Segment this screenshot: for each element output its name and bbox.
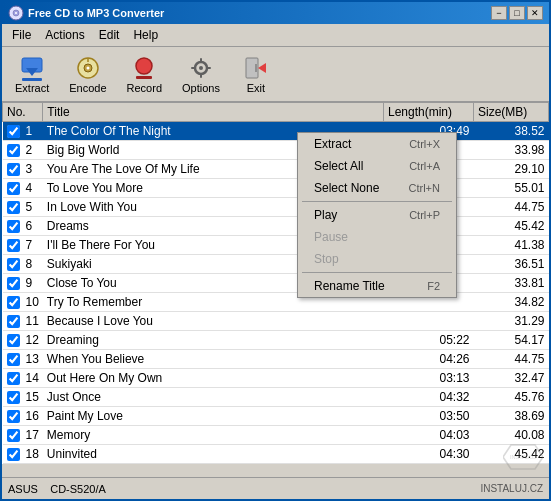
ctx-item-shortcut: Ctrl+A (409, 160, 440, 172)
row-length-cell: 05:22 (384, 331, 474, 350)
row-checkbox[interactable] (7, 296, 20, 309)
row-size-cell: 34.82 (474, 293, 549, 312)
row-size-cell: 33.81 (474, 274, 549, 293)
row-size-cell: 36.51 (474, 255, 549, 274)
toolbar-options-button[interactable]: Options (173, 50, 229, 98)
menu-item-help[interactable]: Help (127, 26, 164, 44)
status-right: INSTALUJ.CZ (480, 483, 543, 494)
row-size-cell: 45.76 (474, 388, 549, 407)
table-row[interactable]: 11 Because I Love You 31.29 (3, 312, 549, 331)
toolbar-encode-button[interactable]: Encode (60, 50, 115, 98)
row-checkbox[interactable] (7, 315, 20, 328)
row-number-cell: 14 (3, 369, 43, 388)
table-row[interactable]: 3 You Are The Love Of My Life 29.10 (3, 160, 549, 179)
table-row[interactable]: 14 Out Here On My Own 03:13 32.47 (3, 369, 549, 388)
toolbar-exit-button[interactable]: Exit (231, 50, 281, 98)
row-size: 29.10 (514, 162, 544, 176)
svg-rect-14 (200, 58, 202, 63)
row-size-cell: 54.17 (474, 331, 549, 350)
row-checkbox[interactable] (7, 125, 20, 138)
table-row[interactable]: 5 In Love With You 44.75 (3, 198, 549, 217)
row-length-cell: 04:32 (384, 388, 474, 407)
title-buttons: − □ ✕ (491, 6, 543, 20)
row-length: 04:26 (439, 352, 469, 366)
ctx-extract-item[interactable]: Extract Ctrl+X (298, 133, 456, 155)
row-number: 11 (26, 314, 39, 328)
row-size-cell: 55.01 (474, 179, 549, 198)
table-row[interactable]: 1 The Color Of The Night 03:49 38.52 (3, 122, 549, 141)
row-checkbox[interactable] (7, 277, 20, 290)
row-number-cell: 6 (3, 217, 43, 236)
table-row[interactable]: 18 Uninvited 04:30 45.42 (3, 445, 549, 464)
row-title: To Love You More (47, 181, 143, 195)
table-row[interactable]: 4 To Love You More 55.01 (3, 179, 549, 198)
row-size-cell: 38.69 (474, 407, 549, 426)
table-row[interactable]: 13 When You Believe 04:26 44.75 (3, 350, 549, 369)
header-length: Length(min) (384, 103, 474, 122)
device-model: CD-S520/A (50, 483, 106, 495)
row-number-cell: 12 (3, 331, 43, 350)
row-checkbox[interactable] (7, 144, 20, 157)
row-number: 2 (26, 143, 33, 157)
row-checkbox[interactable] (7, 429, 20, 442)
row-checkbox[interactable] (7, 182, 20, 195)
row-number: 15 (26, 390, 39, 404)
ctx-play-item[interactable]: Play Ctrl+P (298, 204, 456, 226)
close-button[interactable]: ✕ (527, 6, 543, 20)
minimize-button[interactable]: − (491, 6, 507, 20)
table-row[interactable]: 16 Paint My Love 03:50 38.69 (3, 407, 549, 426)
svg-point-10 (136, 58, 152, 74)
content-area: No. Title Length(min) Size(MB) 1 The Col… (2, 102, 549, 477)
table-row[interactable]: 15 Just Once 04:32 45.76 (3, 388, 549, 407)
row-number: 18 (26, 447, 39, 461)
row-title: Just Once (47, 390, 101, 404)
table-row[interactable]: 9 Close To You 33.81 (3, 274, 549, 293)
row-checkbox[interactable] (7, 258, 20, 271)
menu-item-file[interactable]: File (6, 26, 37, 44)
menu-item-actions[interactable]: Actions (39, 26, 90, 44)
row-number: 9 (26, 276, 33, 290)
row-checkbox[interactable] (7, 448, 20, 461)
row-checkbox[interactable] (7, 353, 20, 366)
row-title-cell: Memory (43, 426, 384, 445)
row-number: 4 (26, 181, 33, 195)
table-row[interactable]: 7 I'll Be There For You 41.38 (3, 236, 549, 255)
table-row[interactable]: 12 Dreaming 05:22 54.17 (3, 331, 549, 350)
ctx-rename-title-item[interactable]: Rename Title F2 (298, 275, 456, 297)
row-number-cell: 8 (3, 255, 43, 274)
table-row[interactable]: 10 Try To Remember 34.82 (3, 293, 549, 312)
row-checkbox[interactable] (7, 201, 20, 214)
toolbar-extract-button[interactable]: Extract (6, 50, 58, 98)
table-row[interactable]: 17 Memory 04:03 40.08 (3, 426, 549, 445)
row-size: 45.42 (514, 219, 544, 233)
row-size: 32.47 (514, 371, 544, 385)
row-size-cell: 33.98 (474, 141, 549, 160)
row-checkbox[interactable] (7, 239, 20, 252)
toolbar-record-button[interactable]: Record (118, 50, 171, 98)
ctx-select-all-item[interactable]: Select All Ctrl+A (298, 155, 456, 177)
row-checkbox[interactable] (7, 391, 20, 404)
row-checkbox[interactable] (7, 220, 20, 233)
row-checkbox[interactable] (7, 163, 20, 176)
table-row[interactable]: 2 Big Big World 33.98 (3, 141, 549, 160)
row-title: Try To Remember (47, 295, 142, 309)
toolbar-record-label: Record (127, 82, 162, 94)
row-title-cell: Just Once (43, 388, 384, 407)
row-checkbox[interactable] (7, 372, 20, 385)
row-number-cell: 3 (3, 160, 43, 179)
row-checkbox[interactable] (7, 334, 20, 347)
table-row[interactable]: 8 Sukiyaki 36.51 (3, 255, 549, 274)
row-number-cell: 17 (3, 426, 43, 445)
record-icon (130, 54, 158, 82)
maximize-button[interactable]: □ (509, 6, 525, 20)
row-size-cell: 29.10 (474, 160, 549, 179)
menu-item-edit[interactable]: Edit (93, 26, 126, 44)
table-row[interactable]: 6 Dreams 45.42 (3, 217, 549, 236)
row-size: 45.76 (514, 390, 544, 404)
row-number-cell: 7 (3, 236, 43, 255)
row-size: 44.75 (514, 200, 544, 214)
ctx-item-label: Extract (314, 137, 351, 151)
svg-text:INSTALUJ: INSTALUJ (510, 454, 536, 460)
ctx-select-none-item[interactable]: Select None Ctrl+N (298, 177, 456, 199)
row-checkbox[interactable] (7, 410, 20, 423)
